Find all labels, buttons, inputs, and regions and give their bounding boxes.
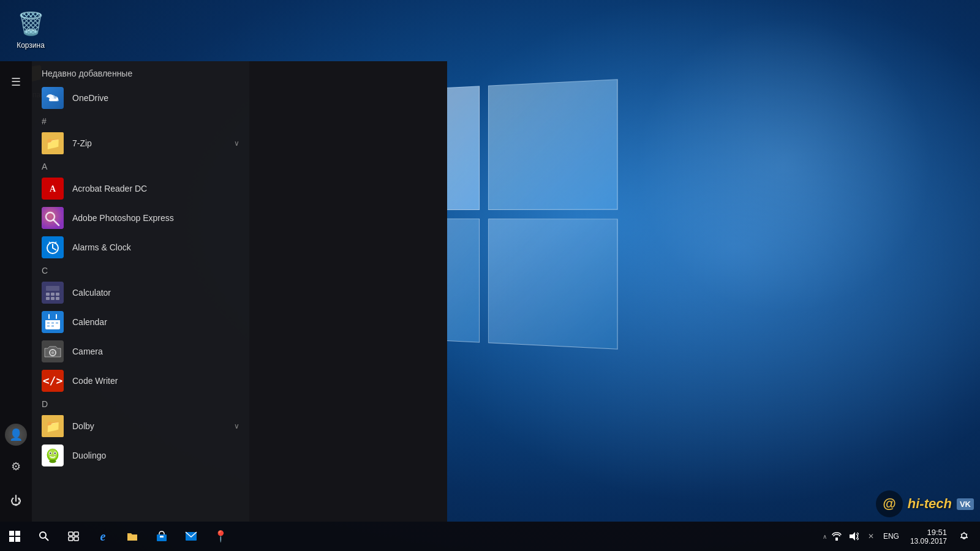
svg-marker-56 (850, 532, 855, 541)
desktop-icon-recycle-bin[interactable]: 🗑️ Корзина (6, 6, 55, 53)
user-avatar[interactable]: 👤 (5, 424, 27, 446)
app-name-calculator: Calculator (72, 288, 239, 298)
app-name-acrobat: Acrobat Reader DC (72, 184, 239, 193)
maps-button[interactable]: 📍 (206, 522, 235, 551)
svg-point-40 (55, 452, 56, 454)
win-pane-br (488, 219, 618, 350)
svg-rect-51 (74, 537, 78, 541)
app-name-duolingo: Duolingo (72, 451, 239, 460)
systray-expand-icon[interactable]: ∧ (823, 533, 827, 540)
svg-point-39 (50, 452, 51, 454)
svg-text:</>: </> (43, 374, 63, 387)
app-name-alarms: Alarms & Clock (72, 242, 239, 252)
settings-icon: ⚙ (11, 460, 21, 473)
volume-icon[interactable] (846, 529, 861, 544)
svg-rect-24 (47, 322, 50, 324)
notification-button[interactable] (953, 522, 975, 551)
app-item-onedrive[interactable]: OneDrive (32, 83, 249, 113)
svg-rect-2 (42, 207, 64, 229)
svg-rect-48 (69, 532, 73, 536)
svg-point-46 (40, 532, 46, 538)
clock-date: 13.09.2017 (910, 537, 947, 545)
svg-rect-43 (15, 531, 20, 536)
mail-button[interactable] (176, 522, 206, 551)
app-name-calendar: Calendar (72, 317, 239, 327)
win-pane-tr (488, 79, 618, 210)
svg-rect-27 (47, 325, 50, 327)
svg-point-31 (51, 351, 55, 354)
section-c: C (32, 262, 249, 278)
file-explorer-button[interactable] (118, 522, 147, 551)
svg-rect-12 (46, 286, 59, 291)
taskbar-right: ∧ ✕ ENG 19:51 13.09.2017 (823, 522, 980, 551)
power-icon: ⏻ (10, 495, 21, 508)
recently-added-header: Недавно добавленные (32, 61, 249, 83)
recycle-bin-label: Корзина (17, 41, 45, 50)
codewriter-icon: </> (42, 370, 64, 392)
vk-badge: VK (957, 498, 974, 510)
svg-rect-49 (74, 532, 78, 536)
start-sidebar: ☰ 👤 ⚙ ⏻ (0, 61, 32, 522)
app-item-dolby[interactable]: 📁 Dolby ∨ (32, 411, 249, 441)
clock[interactable]: 19:51 13.09.2017 (907, 528, 951, 545)
svg-point-36 (48, 449, 57, 460)
svg-rect-26 (56, 322, 58, 324)
app-item-codewriter[interactable]: </> Code Writer (32, 366, 249, 395)
avatar-icon: 👤 (9, 428, 23, 441)
svg-rect-42 (9, 531, 14, 536)
svg-rect-50 (69, 537, 73, 541)
tiles-area (249, 61, 447, 522)
svg-rect-13 (46, 293, 50, 296)
svg-rect-21 (45, 316, 60, 320)
svg-point-41 (49, 460, 56, 463)
start-menu: ☰ 👤 ⚙ ⏻ Недавно добавленные OneDrive (0, 61, 447, 522)
svg-rect-17 (51, 297, 55, 300)
dolby-folder-icon: 📁 (42, 415, 64, 437)
svg-rect-25 (51, 322, 54, 324)
section-a: A (32, 158, 249, 174)
app-item-acrobat[interactable]: A Acrobat Reader DC (32, 174, 249, 203)
network-icon[interactable] (829, 529, 844, 544)
hamburger-icon: ☰ (11, 75, 21, 89)
acrobat-icon: A (42, 178, 64, 200)
svg-rect-45 (15, 537, 20, 542)
hitech-logo-icon: @ (876, 490, 903, 517)
hitech-watermark: @ hi-tech VK (876, 490, 974, 517)
start-button[interactable] (0, 522, 29, 551)
alarms-icon (42, 236, 64, 258)
taskbar: e 📍 ∧ (0, 522, 980, 551)
power-button[interactable]: ⏻ (0, 485, 32, 517)
close-icon[interactable]: ✕ (864, 529, 878, 544)
onedrive-icon (42, 87, 64, 109)
app-item-calendar[interactable]: Calendar (32, 307, 249, 337)
hitech-text: hi-tech (908, 496, 952, 512)
app-item-alarms[interactable]: Alarms & Clock (32, 233, 249, 262)
app-item-calculator[interactable]: Calculator (32, 278, 249, 307)
recycle-bin-icon: 🗑️ (16, 9, 45, 39)
app-item-camera[interactable]: Camera (32, 337, 249, 366)
dolby-expand-arrow: ∨ (234, 422, 239, 430)
settings-button[interactable]: ⚙ (0, 451, 32, 482)
task-view-button[interactable] (59, 522, 88, 551)
app-list[interactable]: Недавно добавленные OneDrive # 📁 7-Zip ∨… (32, 61, 249, 522)
calendar-icon (42, 311, 64, 333)
app-name-7zip: 7-Zip (72, 138, 234, 148)
svg-rect-28 (51, 325, 54, 327)
app-item-duolingo[interactable]: Duolingo (32, 441, 249, 470)
hamburger-menu-button[interactable]: ☰ (0, 66, 32, 98)
store-button[interactable] (147, 522, 176, 551)
photoshop-icon (42, 207, 64, 229)
app-item-7zip[interactable]: 📁 7-Zip ∨ (32, 129, 249, 158)
app-name-dolby: Dolby (72, 421, 234, 431)
duolingo-icon (42, 444, 64, 467)
section-d: D (32, 395, 249, 411)
svg-rect-52 (157, 534, 167, 541)
camera-icon (42, 340, 64, 362)
7zip-folder-icon: 📁 (42, 132, 64, 154)
language-indicator[interactable]: ENG (881, 532, 902, 541)
svg-rect-15 (56, 293, 59, 296)
app-name-codewriter: Code Writer (72, 376, 239, 386)
search-button[interactable] (29, 522, 59, 551)
app-item-photoshop[interactable]: Adobe Photoshop Express (32, 203, 249, 233)
edge-button[interactable]: e (88, 522, 118, 551)
